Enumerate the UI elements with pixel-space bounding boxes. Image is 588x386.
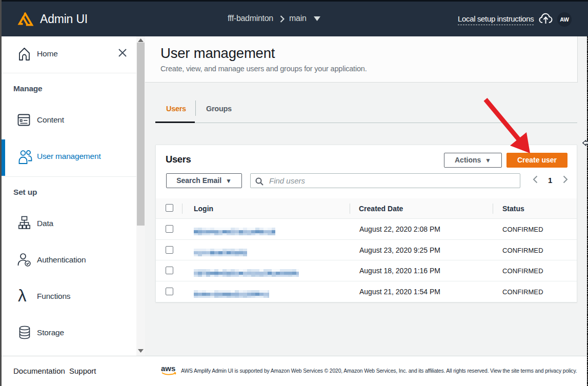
svg-text:aws: aws — [161, 364, 175, 373]
